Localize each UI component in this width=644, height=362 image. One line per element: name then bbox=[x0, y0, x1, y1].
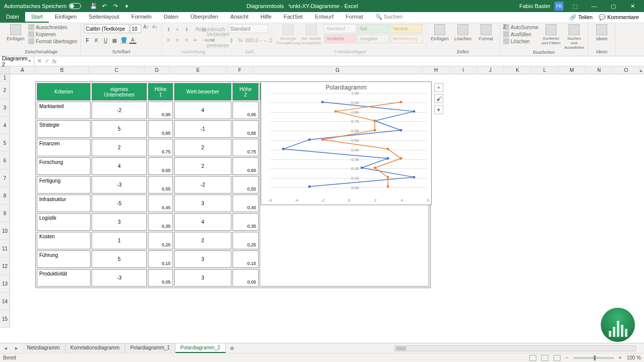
column-header-F[interactable]: F bbox=[227, 66, 253, 74]
ribbon-options-icon[interactable]: ⬚ bbox=[568, 3, 583, 10]
row-header-12[interactable]: 12 bbox=[0, 257, 10, 275]
row-header-2[interactable]: 2 bbox=[0, 81, 10, 99]
as-table-button[interactable]: Als Tabelle formatieren bbox=[301, 24, 322, 45]
underline-button[interactable]: U bbox=[102, 37, 109, 44]
cell[interactable]: 2 bbox=[174, 157, 231, 175]
cell[interactable]: Finanzen bbox=[37, 139, 91, 156]
tab-formeln[interactable]: Formeln bbox=[125, 12, 157, 23]
cell[interactable]: 0,05 bbox=[148, 269, 173, 287]
horizontal-scrollbar[interactable] bbox=[394, 345, 636, 351]
align-bot-icon[interactable]: ⬇ bbox=[183, 26, 190, 33]
cell[interactable]: 0,45 bbox=[148, 195, 173, 212]
qat-customize-icon[interactable]: ▾ bbox=[123, 3, 130, 10]
maximize-icon[interactable]: ▢ bbox=[606, 3, 621, 10]
view-pagebreak-icon[interactable] bbox=[553, 355, 560, 361]
cond-format-button[interactable]: Bedingte Formatierung bbox=[278, 24, 299, 45]
toggle-off-icon[interactable] bbox=[69, 3, 81, 9]
grow-font-icon[interactable]: A↑ bbox=[142, 24, 150, 33]
cell[interactable]: 0,35 bbox=[148, 213, 173, 231]
table-header[interactable]: Höhe1 bbox=[148, 83, 173, 101]
view-layout-icon[interactable] bbox=[541, 355, 548, 361]
indent-dec-icon[interactable]: ⇤ bbox=[192, 36, 199, 43]
column-header-H[interactable]: H bbox=[423, 66, 450, 74]
row-header-11[interactable]: 11 bbox=[0, 240, 10, 257]
align-right-icon[interactable]: ≡ bbox=[183, 36, 190, 43]
insert-cells-button[interactable]: Einfügen bbox=[429, 24, 450, 41]
cell[interactable]: 3 bbox=[92, 213, 147, 231]
style-neutral[interactable]: Neutral bbox=[390, 24, 423, 33]
chart-object[interactable]: Polardiagramm 0,000,100,200,300,400,500,… bbox=[261, 81, 432, 205]
ideas-button[interactable]: Ideen bbox=[591, 24, 612, 41]
find-select-button[interactable]: Suchen und Auswählen bbox=[564, 24, 585, 50]
fill-color-button[interactable]: 🪣 bbox=[120, 37, 127, 44]
cell[interactable]: 0,95 bbox=[232, 102, 259, 119]
delete-cells-button[interactable]: Löschen bbox=[452, 24, 473, 41]
autosum-button[interactable]: ΣAutoSumme bbox=[503, 24, 538, 30]
user-avatar[interactable]: FB bbox=[554, 2, 564, 11]
sort-filter-button[interactable]: Sortieren und Filtern bbox=[540, 24, 561, 45]
worksheet-grid[interactable]: 123456789101112131415 KriterieneigenesUn… bbox=[0, 74, 644, 340]
cell[interactable]: 0,85 bbox=[232, 120, 259, 138]
zoom-slider[interactable] bbox=[574, 357, 614, 359]
search-box[interactable]: 🔍 Suchen bbox=[369, 12, 409, 23]
column-header-N[interactable]: N bbox=[586, 66, 613, 74]
column-header-O[interactable]: O bbox=[613, 66, 640, 74]
chart-plot-area[interactable]: 0,000,100,200,300,400,500,600,700,800,90… bbox=[270, 93, 427, 196]
chart-title[interactable]: Polardiagramm bbox=[261, 82, 431, 91]
row-header-3[interactable]: 3 bbox=[0, 99, 10, 117]
scroll-up-icon[interactable]: ▲ bbox=[638, 66, 644, 74]
row-header-4[interactable]: 4 bbox=[0, 117, 10, 134]
tab-ueberpruefen[interactable]: Überprüfen bbox=[185, 12, 224, 23]
sheet-tab[interactable]: Netzdiagramm bbox=[22, 343, 65, 353]
row-header-13[interactable]: 13 bbox=[0, 275, 10, 293]
row-header-14[interactable]: 14 bbox=[0, 293, 10, 310]
column-header-D[interactable]: D bbox=[144, 66, 170, 74]
user-name[interactable]: Fabio Basler bbox=[519, 3, 550, 9]
cell[interactable]: 0,15 bbox=[232, 250, 259, 268]
cell[interactable]: 2 bbox=[92, 139, 147, 156]
cell[interactable]: 0,95 bbox=[148, 102, 173, 119]
row-header-9[interactable]: 9 bbox=[0, 205, 10, 222]
sheet-tab[interactable]: Polardiagramm_1 bbox=[125, 343, 176, 353]
cell[interactable]: 0,55 bbox=[148, 176, 173, 194]
thousands-icon[interactable]: 000 bbox=[246, 37, 253, 44]
table-header[interactable]: Höhe2 bbox=[232, 83, 259, 101]
select-all-corner[interactable] bbox=[0, 66, 10, 74]
cell[interactable]: -2 bbox=[92, 102, 147, 119]
tab-format[interactable]: Format bbox=[340, 12, 369, 23]
autosave-toggle[interactable]: Automatisches Speichern bbox=[0, 3, 85, 9]
sheet-nav-prev-icon[interactable]: ◄ bbox=[0, 345, 11, 351]
italic-button[interactable]: K bbox=[93, 37, 100, 44]
cell[interactable]: -2 bbox=[174, 176, 231, 194]
tab-seitenlayout[interactable]: Seitenlayout bbox=[83, 12, 125, 23]
row-header-15[interactable]: 15 bbox=[0, 310, 10, 328]
sheet-tab[interactable]: Polardiagramm_2 bbox=[176, 343, 226, 353]
merge-button[interactable]: ⬌ Verbinden und zentrieren bbox=[210, 36, 221, 43]
cell-styles-gallery[interactable]: Standard Gut Neutral Schlecht Ausgabe Be… bbox=[324, 24, 423, 43]
align-mid-icon[interactable]: ≡ bbox=[174, 26, 181, 33]
currency-icon[interactable]: ₿ bbox=[228, 37, 235, 44]
cell[interactable]: 0,65 bbox=[232, 157, 259, 175]
row-header-8[interactable]: 8 bbox=[0, 187, 10, 205]
sheet-tab[interactable]: Korrelationsdiagramm bbox=[65, 343, 125, 353]
align-center-icon[interactable]: ≡ bbox=[174, 36, 181, 43]
column-header-E[interactable]: E bbox=[170, 66, 227, 74]
cell[interactable]: Führung bbox=[37, 250, 91, 268]
format-cells-button[interactable]: Format bbox=[475, 24, 497, 41]
row-header-5[interactable]: 5 bbox=[0, 134, 10, 152]
font-color-button[interactable]: A bbox=[129, 37, 136, 44]
style-standard[interactable]: Standard bbox=[324, 24, 356, 33]
cell[interactable]: 0,55 bbox=[232, 176, 259, 194]
comments-button[interactable]: 💬 Kommentare bbox=[599, 14, 639, 21]
cell[interactable]: 0,85 bbox=[148, 120, 173, 138]
cut-button[interactable]: Ausschneiden bbox=[28, 24, 77, 30]
column-header-J[interactable]: J bbox=[477, 66, 504, 74]
add-sheet-button[interactable]: ⊕ bbox=[226, 345, 238, 351]
cell[interactable]: -5 bbox=[92, 195, 147, 212]
row-header-10[interactable]: 10 bbox=[0, 222, 10, 240]
column-header-L[interactable]: L bbox=[531, 66, 558, 74]
style-schlecht[interactable]: Schlecht bbox=[324, 34, 356, 43]
cell[interactable]: 0,75 bbox=[232, 139, 259, 156]
shrink-font-icon[interactable]: A↓ bbox=[151, 24, 159, 33]
tab-start[interactable]: Start bbox=[25, 12, 49, 23]
